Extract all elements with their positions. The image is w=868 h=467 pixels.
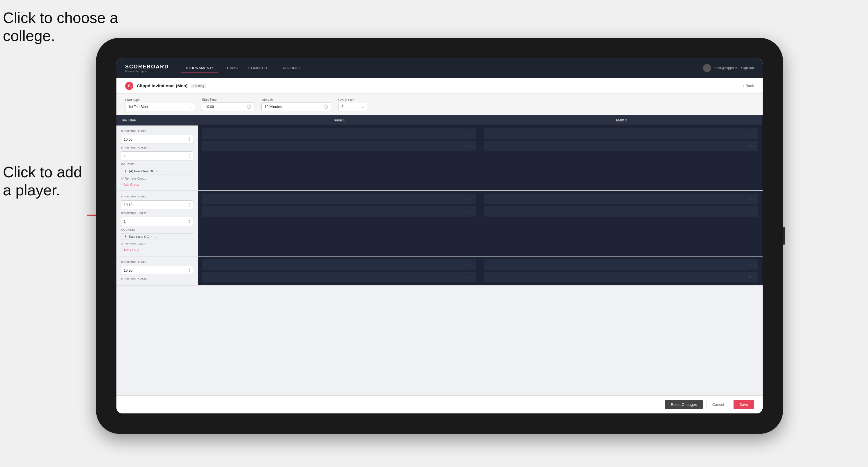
cancel-button[interactable]: Cancel	[706, 400, 730, 409]
nav-rankings[interactable]: RANKINGS	[277, 64, 306, 72]
main-nav: TOURNAMENTS TEAMS COMMITTEE RANKINGS	[181, 64, 703, 72]
course-label-2: COURSE:	[121, 228, 193, 231]
player-row[interactable]: × ⌄	[484, 194, 758, 205]
start-type-input[interactable]: 1st Tee Start ⌄	[125, 103, 195, 111]
player-chevron-icon[interactable]: ⌄	[470, 197, 473, 201]
back-button[interactable]: ‹ Back	[743, 84, 754, 88]
start-time-label: Start Time	[202, 98, 254, 101]
player-chevron-icon[interactable]: ⌄	[470, 144, 473, 148]
hole-spinner-2[interactable]: ▲▼	[188, 219, 190, 224]
course-remove-2[interactable]: ×	[151, 235, 152, 239]
group-1-left-panel: STARTING TIME: 10:00 ▲▼ STARTING HOLE: 1…	[117, 125, 198, 190]
nav-tournaments[interactable]: TOURNAMENTS	[181, 64, 219, 72]
player-x-icon[interactable]: ×	[749, 263, 751, 267]
course-tag-1[interactable]: 📍 (A) Peachtree GC × ⌄	[121, 168, 193, 175]
course-chevron-1[interactable]: ⌄	[160, 170, 162, 173]
player-chevron-icon[interactable]: ⌄	[470, 263, 473, 267]
course-chevron-2[interactable]: ⌄	[154, 235, 157, 239]
player-row[interactable]: × ⌄	[202, 128, 476, 139]
start-type-group: Start Type 1st Tee Start ⌄	[125, 98, 195, 111]
player-x-icon[interactable]: ×	[749, 132, 751, 135]
player-chevron-icon[interactable]: ⌄	[753, 144, 755, 148]
player-x-icon[interactable]: ×	[749, 275, 751, 279]
player-chevron-icon[interactable]: ⌄	[753, 132, 755, 136]
th-team2: Team 2	[480, 115, 763, 125]
controls-bar: Start Type 1st Tee Start ⌄ Start Time 10…	[117, 94, 763, 115]
starting-hole-input-1[interactable]: 1 ▲▼	[121, 151, 193, 160]
player-x-icon[interactable]: ×	[467, 132, 469, 135]
starting-time-input-1[interactable]: 10:00 ▲▼	[121, 135, 193, 144]
player-row[interactable]: × ⌄	[202, 141, 476, 151]
add-group-1[interactable]: + Add Group	[121, 183, 193, 186]
player-chevron-icon[interactable]: ⌄	[470, 275, 473, 279]
player-chevron-icon[interactable]: ⌄	[753, 210, 755, 213]
remove-group-2[interactable]: ↺ Remove Group	[121, 242, 193, 246]
time-spinner-2[interactable]: ▲▼	[188, 202, 190, 208]
starting-hole-input-2[interactable]: 1 ▲▼	[121, 217, 193, 226]
nav-teams[interactable]: TEAMS	[220, 64, 243, 72]
save-button[interactable]: Save	[734, 400, 754, 409]
player-x-icon[interactable]: ×	[467, 263, 469, 267]
player-x-icon[interactable]: ×	[467, 144, 469, 148]
player-x-icon[interactable]: ×	[749, 197, 751, 201]
player-row[interactable]: × ⌄	[484, 272, 758, 282]
group-2-team2: × ⌄ × ⌄	[480, 191, 763, 256]
player-x-icon[interactable]: ×	[749, 210, 751, 213]
sign-out-link[interactable]: Sign out	[741, 66, 754, 70]
player-chevron-icon[interactable]: ⌄	[470, 210, 473, 213]
sub-header: C Clippd Invitational (Men) Hosting ‹ Ba…	[117, 78, 763, 94]
player-row[interactable]: × ⌄	[484, 206, 758, 217]
starting-hole-label-1: STARTING HOLE:	[121, 146, 193, 149]
player-x-icon[interactable]: ×	[467, 275, 469, 279]
add-group-2[interactable]: + Add Group	[121, 248, 193, 252]
starting-time-input-3[interactable]: 10:20 ▲▼	[121, 266, 193, 275]
player-row[interactable]: × ⌄	[202, 206, 476, 217]
player-chevron-icon[interactable]: ⌄	[753, 263, 755, 267]
table-row: STARTING TIME: 10:10 ▲▼ STARTING HOLE: 1…	[117, 191, 763, 256]
player-row[interactable]: × ⌄	[484, 141, 758, 151]
player-chevron-icon[interactable]: ⌄	[753, 275, 755, 279]
starting-time-label-3: STARTING TIME:	[121, 260, 193, 263]
starting-hole-label-3: STARTING HOLE:	[121, 277, 193, 280]
starting-time-label-2: STARTING TIME:	[121, 195, 193, 198]
logo-area: SCOREBOARD Powered by clippd	[125, 64, 169, 73]
intervals-input[interactable]: 10 Minutes 🕐	[261, 102, 331, 111]
course-remove-1[interactable]: ×	[156, 169, 158, 173]
th-tee-time: Tee Time	[117, 115, 198, 125]
player-chevron-icon[interactable]: ⌄	[470, 132, 473, 136]
reset-changes-button[interactable]: Reset Changes	[665, 400, 703, 409]
player-row[interactable]: × ⌄	[202, 259, 476, 270]
hole-spinner-1[interactable]: ▲▼	[188, 153, 190, 159]
player-row[interactable]: × ⌄	[484, 259, 758, 270]
group-3-left-panel: STARTING TIME: 10:20 ▲▼ STARTING HOLE:	[117, 256, 198, 285]
user-avatar	[703, 64, 711, 72]
group-size-label: Group Size	[338, 98, 367, 102]
group-size-input[interactable]: 3 ⌄	[338, 103, 367, 111]
group-3-team2: × ⌄ × ⌄	[480, 256, 763, 285]
starting-time-input-2[interactable]: 10:10 ▲▼	[121, 200, 193, 209]
table-body: STARTING TIME: 10:00 ▲▼ STARTING HOLE: 1…	[117, 125, 763, 395]
player-chevron-icon[interactable]: ⌄	[753, 197, 755, 201]
remove-group-1[interactable]: ↺ Remove Group	[121, 177, 193, 181]
player-x-icon[interactable]: ×	[467, 210, 469, 213]
player-x-icon[interactable]: ×	[467, 197, 469, 201]
start-time-input[interactable]: 10:00 🕐	[202, 102, 254, 111]
user-email: blair@clippd.io	[715, 66, 738, 70]
th-team1: Team 1	[198, 115, 480, 125]
time-spinner-1[interactable]: ▲▼	[188, 136, 190, 142]
tournament-title: Clippd Invitational (Men)	[137, 83, 187, 88]
player-x-icon[interactable]: ×	[749, 144, 751, 148]
player-row[interactable]: × ⌄	[484, 128, 758, 139]
starting-time-label-1: STARTING TIME:	[121, 130, 193, 132]
course-label-1: COURSE:	[121, 163, 193, 166]
course-tag-2[interactable]: 📍 East Lake GC × ⌄	[121, 234, 193, 240]
player-row[interactable]: × ⌄	[202, 272, 476, 282]
bottom-bar: Reset Changes Cancel Save	[117, 395, 763, 413]
tablet-frame: SCOREBOARD Powered by clippd TOURNAMENTS…	[96, 38, 783, 434]
group-size-group: Group Size 3 ⌄	[338, 98, 367, 111]
player-row[interactable]: × ⌄	[202, 194, 476, 205]
group-3-team1: × ⌄ × ⌄	[198, 256, 480, 285]
time-spinner-3[interactable]: ▲▼	[188, 268, 190, 273]
nav-committee[interactable]: COMMITTEE	[244, 64, 276, 72]
group-1-team1: × ⌄ × ⌄	[198, 125, 480, 190]
